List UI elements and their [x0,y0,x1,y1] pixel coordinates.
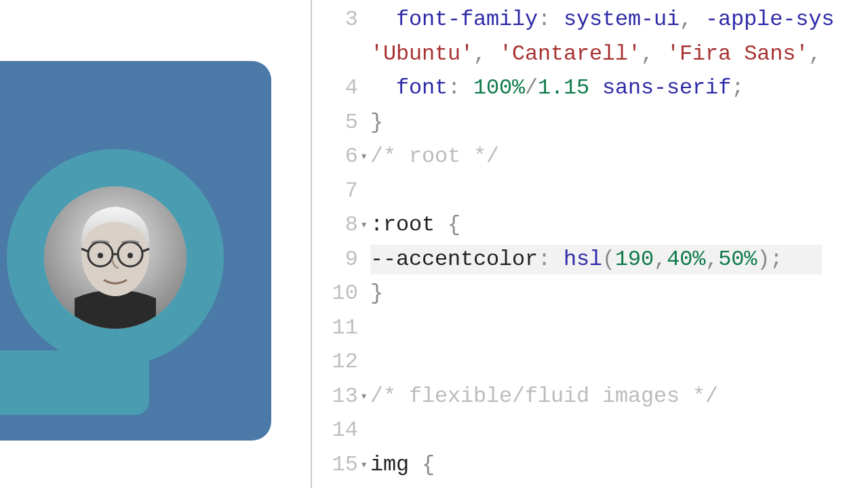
code-line[interactable]: font-family: system-ui, -apple-sys [366,3,868,37]
line-number: 7 [345,174,358,208]
line-number: 10 [332,277,358,310]
avatar-image [44,186,186,329]
code-line[interactable]: /* root */ [366,140,868,174]
line-number: 8 [345,208,358,242]
avatar [44,186,186,329]
fold-arrow-icon[interactable]: ▾ [360,387,368,406]
code-line-highlighted[interactable]: --accentcolor: hsl(190,40%,50%); [366,243,868,277]
code-editor[interactable]: 3 4 5 6▾ 7 8▾ 9 10 11 12 13▾ 14 15▾ 16 f… [312,0,868,488]
avatar-ring [7,149,224,366]
line-number: 14 [332,413,358,447]
line-number: 5 [345,106,358,140]
preview-panel [0,0,312,488]
line-number: 11 [332,311,358,345]
fold-arrow-icon[interactable]: ▾ [360,455,368,474]
line-number: 4 [345,71,358,105]
svg-point-7 [98,253,103,258]
code-line[interactable] [366,345,868,380]
card-button[interactable] [0,350,149,415]
code-line[interactable]: img { [366,448,868,483]
code-line[interactable] [366,311,868,346]
code-line[interactable]: font: 100%/1.15 sans-serif; [366,71,868,106]
line-number: 16 [332,482,358,488]
profile-card [0,61,271,441]
line-gutter: 3 4 5 6▾ 7 8▾ 9 10 11 12 13▾ 14 15▾ 16 [312,0,366,488]
fold-arrow-icon[interactable]: ▾ [360,147,368,166]
line-number: 13 [332,380,358,413]
code-line[interactable] [366,413,868,448]
svg-point-8 [127,253,133,258]
line-number: 15 [332,448,358,482]
code-line[interactable]: } [366,106,868,140]
code-line[interactable] [366,174,868,209]
code-line[interactable]: } [366,277,868,311]
code-line[interactable]: width: auto; [366,482,868,488]
fold-arrow-icon[interactable]: ▾ [360,216,368,235]
line-number: 3 [345,3,358,37]
line-number: 6 [345,140,358,174]
line-number: 12 [332,345,358,379]
code-line[interactable]: 'Ubuntu', 'Cantarell', 'Fira Sans', [366,37,868,72]
code-line[interactable]: /* flexible/fluid images */ [366,380,868,414]
code-content[interactable]: font-family: system-ui, -apple-sys 'Ubun… [366,0,868,488]
code-line[interactable]: :root { [366,208,868,243]
line-number: 9 [345,243,358,277]
